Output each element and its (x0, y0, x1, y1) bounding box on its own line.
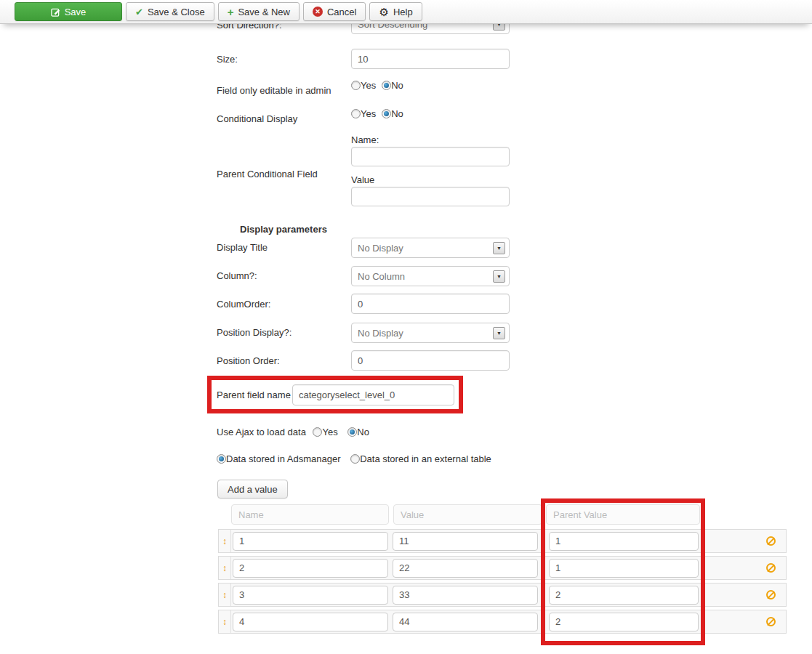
ban-icon[interactable] (766, 563, 776, 573)
table-row: ↕ (218, 529, 787, 553)
table-row: ↕ (218, 610, 787, 634)
save-icon (51, 7, 60, 17)
table-row: ↕ (218, 556, 787, 580)
position-order-label: Position Order: (217, 355, 280, 366)
save-new-button[interactable]: + Save & New (218, 2, 300, 21)
ban-icon[interactable] (766, 590, 776, 600)
cancel-icon: ✕ (313, 7, 323, 17)
column-label: Column?: (217, 270, 257, 281)
row-value-input[interactable] (393, 613, 538, 631)
row-parent-value-input[interactable] (549, 613, 699, 631)
drag-handle-icon[interactable]: ↕ (219, 584, 231, 606)
parent-conditional-value-input[interactable] (351, 187, 510, 206)
data-stored-external-radio[interactable] (350, 454, 360, 464)
yes-label: Yes (361, 80, 376, 91)
drag-handle-icon[interactable]: ↕ (219, 530, 231, 552)
row-parent-value-input[interactable] (549, 532, 699, 551)
chevron-down-icon: ▼ (493, 270, 505, 283)
position-display-label: Position Display?: (217, 327, 292, 338)
save-button[interactable]: Save (15, 2, 122, 21)
chevron-down-icon: ▼ (493, 242, 505, 254)
data-stored-external-label: Data stored in an external table (360, 453, 491, 464)
save-close-button-label: Save & Close (148, 7, 205, 17)
ban-icon[interactable] (766, 536, 776, 546)
size-label: Size: (217, 54, 238, 65)
no-label: No (357, 427, 369, 437)
drag-handle-icon[interactable]: ↕ (219, 610, 231, 633)
row-name-input[interactable] (233, 559, 388, 578)
columorder-label: ColumOrder: (217, 299, 270, 310)
no-label: No (391, 80, 403, 91)
page: Sort Direction?: Sort Descending ▼ Size:… (0, 0, 812, 654)
help-button[interactable]: ⚙ Help (369, 2, 422, 21)
column-select[interactable]: No Column ▼ (351, 266, 510, 286)
save-button-label: Save (65, 7, 87, 17)
row-value-input[interactable] (393, 586, 538, 605)
data-stored-adsmanager-label: Data stored in Adsmanager (226, 453, 341, 464)
help-button-label: Help (393, 7, 413, 17)
ban-icon[interactable] (766, 617, 776, 626)
position-display-select[interactable]: No Display ▼ (351, 323, 510, 343)
field-only-editable-label: Field only editable in admin (217, 85, 331, 96)
row-name-input[interactable] (233, 613, 388, 631)
drag-handle-icon[interactable]: ↕ (219, 557, 231, 579)
table-header-value: Value (393, 504, 542, 525)
position-order-input[interactable] (351, 350, 510, 371)
yes-label: Yes (361, 108, 376, 119)
use-ajax-no-radio[interactable] (347, 427, 357, 437)
use-ajax-row: Use Ajax to load data Yes No (217, 427, 369, 437)
conditional-display-radios: YesNo (351, 108, 403, 119)
display-title-value: No Display (358, 243, 403, 254)
parent-conditional-field-label: Parent Conditional Field (217, 169, 318, 179)
size-input[interactable] (351, 49, 510, 69)
row-name-input[interactable] (233, 532, 388, 551)
table-row: ↕ (218, 583, 787, 607)
plus-icon: + (228, 7, 234, 17)
no-label: No (391, 108, 403, 119)
cancel-button[interactable]: ✕ Cancel (303, 2, 366, 21)
field-only-editable-yes-radio[interactable] (351, 81, 361, 90)
row-value-input[interactable] (393, 532, 538, 551)
check-icon: ✔ (135, 7, 143, 17)
row-name-input[interactable] (233, 586, 388, 605)
save-close-button[interactable]: ✔ Save & Close (126, 2, 214, 21)
toolbar: Save ✔ Save & Close + Save & New ✕ Cance… (0, 0, 812, 24)
display-parameters-heading: Display parameters (240, 224, 327, 235)
position-display-value: No Display (358, 328, 403, 339)
save-new-button-label: Save & New (238, 7, 290, 17)
display-title-select[interactable]: No Display ▼ (351, 238, 510, 258)
row-parent-value-input[interactable] (549, 559, 699, 578)
row-parent-value-input[interactable] (549, 586, 699, 605)
table-header-parent-value: Parent Value (546, 504, 700, 525)
field-only-editable-no-radio[interactable] (382, 81, 391, 90)
parent-conditional-value-label: Value (351, 174, 374, 185)
columorder-input[interactable] (351, 294, 510, 314)
parent-field-name-label: Parent field name (217, 389, 291, 400)
display-title-label: Display Title (217, 242, 268, 253)
data-stored-row: Data stored in Adsmanager Data stored in… (217, 453, 491, 464)
field-only-editable-radios: YesNo (351, 80, 403, 91)
use-ajax-yes-radio[interactable] (313, 427, 322, 437)
chevron-down-icon: ▼ (493, 327, 505, 339)
use-ajax-label: Use Ajax to load data (217, 427, 306, 437)
conditional-display-label: Conditional Display (217, 113, 297, 124)
row-value-input[interactable] (393, 559, 538, 578)
data-stored-adsmanager-radio[interactable] (217, 454, 226, 464)
parent-conditional-name-input[interactable] (351, 147, 510, 166)
parent-field-name-input[interactable] (292, 384, 454, 405)
conditional-display-yes-radio[interactable] (351, 109, 361, 118)
yes-label: Yes (322, 427, 337, 437)
column-value: No Column (358, 271, 405, 282)
cancel-button-label: Cancel (327, 7, 356, 17)
table-header-name: Name (231, 504, 389, 525)
conditional-display-no-radio[interactable] (382, 109, 391, 118)
gear-icon: ⚙ (379, 7, 388, 17)
parent-conditional-name-label: Name: (351, 134, 379, 145)
add-value-button[interactable]: Add a value (217, 480, 288, 498)
